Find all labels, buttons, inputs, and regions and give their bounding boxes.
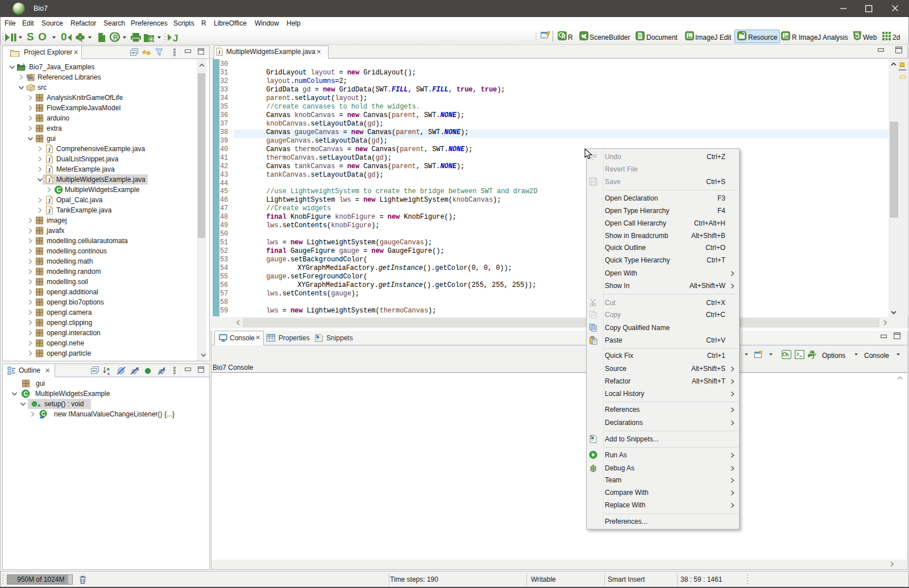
svg-text:L: L [164, 366, 167, 372]
svg-text:J: J [48, 167, 51, 173]
svg-text:R: R [113, 34, 118, 41]
svg-text:S: S [136, 366, 139, 372]
svg-text:R: R [562, 34, 566, 40]
svg-text:J: J [173, 33, 178, 43]
svg-text:C: C [24, 390, 28, 397]
svg-text:J: J [48, 198, 51, 204]
svg-text:J: J [48, 147, 51, 153]
svg-text:C: C [57, 186, 61, 193]
svg-text:J: J [48, 157, 51, 163]
svg-text:R: R [786, 35, 789, 39]
svg-text:J: J [48, 177, 51, 184]
svg-text:J: J [22, 63, 24, 67]
svg-text:J: J [218, 49, 221, 55]
svg-text:R: R [786, 352, 790, 358]
svg-text:z: z [107, 371, 110, 376]
svg-text:J: J [48, 208, 51, 214]
